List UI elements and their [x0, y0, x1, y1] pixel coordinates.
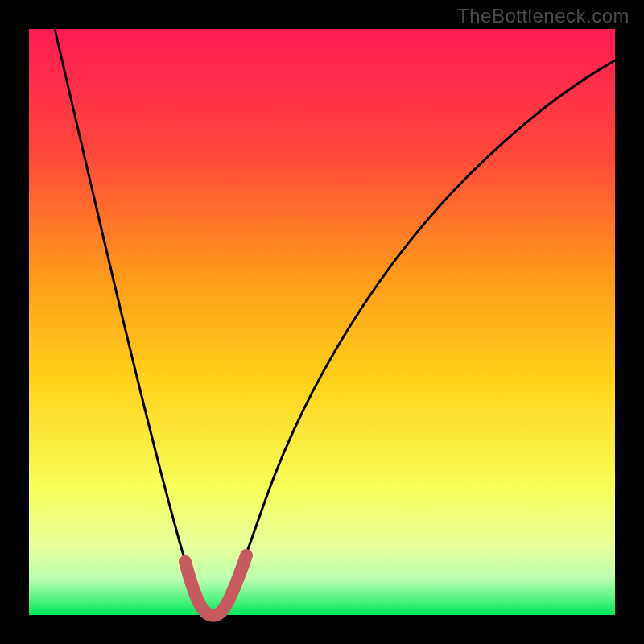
plot-background [29, 29, 615, 615]
chart-stage: TheBottleneck.com [0, 0, 644, 644]
watermark-text: TheBottleneck.com [457, 5, 630, 27]
bottleneck-chart [0, 0, 644, 644]
